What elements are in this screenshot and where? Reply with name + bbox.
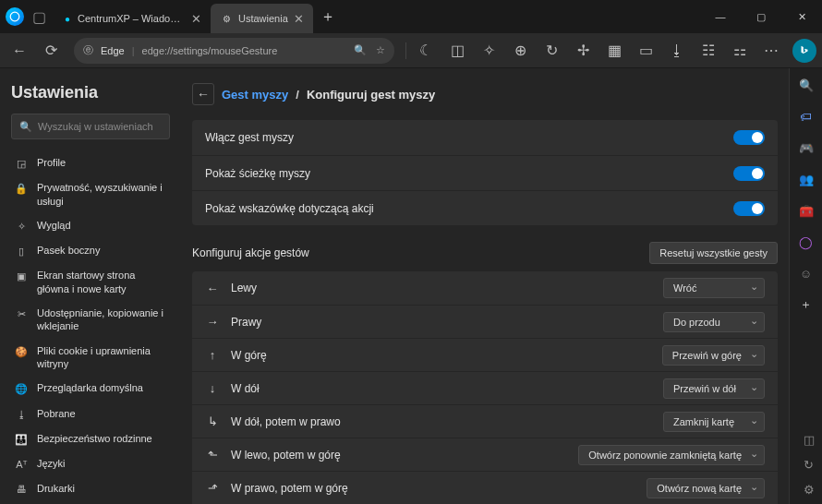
settings-title: Ustawienia (11, 83, 170, 102)
new-tab-button[interactable]: ＋ (313, 0, 343, 33)
sidebar-settings-icon[interactable]: ⚙ (804, 483, 815, 497)
tab-0[interactable]: ●CentrumXP – Wiadomości ze ś…✕ (54, 4, 211, 33)
toggle-row-1: Pokaż ścieżkę myszy (192, 155, 778, 190)
nav-item-4[interactable]: ▣Ekran startowy strona główna i nowe kar… (11, 263, 170, 301)
gesture-arrow-icon: ↓ (205, 381, 220, 395)
game-icon[interactable]: 🎮 (797, 138, 816, 157)
nav-item-9[interactable]: 👪Bezpieczeństwo rodzinne (11, 426, 170, 451)
favorites-list-icon[interactable]: ✧ (475, 37, 502, 65)
bing-chat-icon[interactable] (792, 39, 816, 63)
nav-icon: ⭳ (15, 408, 28, 421)
back-button[interactable]: ← (6, 37, 33, 65)
breadcrumb-link[interactable]: Gest myszy (222, 88, 288, 102)
minimize-button[interactable]: — (700, 0, 741, 33)
gesture-label: Prawy (231, 316, 652, 329)
gesture-action-select[interactable]: Otwórz ponownie zamkniętą kartę (578, 445, 765, 465)
toggle-row-0: Włącz gest myszy (192, 120, 778, 155)
gesture-arrow-icon: → (205, 315, 220, 329)
tab-label: CentrumXP – Wiadomości ze ś… (78, 13, 186, 24)
nav-item-1[interactable]: 🔒Prywatność, wyszukiwanie i usługi (11, 175, 170, 213)
gesture-row-4: ↳W dół, potem w prawoZamknij kartę (192, 404, 778, 438)
close-window-button[interactable]: ✕ (781, 0, 822, 33)
nav-item-11[interactable]: 🖶Drukarki (11, 476, 170, 501)
toolbar-icon-10[interactable]: ☷ (695, 37, 722, 65)
gesture-action-select[interactable]: Przewiń w dół (663, 378, 765, 399)
toggle-switch[interactable] (733, 166, 765, 181)
more-button[interactable]: ⋯ (757, 37, 785, 65)
search-input[interactable]: 🔍 Wyszukaj w ustawieniach (11, 114, 170, 139)
nav-label: Pobrane (37, 407, 76, 420)
toolbar: ← ⟳ ⓔ Edge | edge://settings/mouseGestur… (0, 33, 822, 68)
nav-item-0[interactable]: ◲Profile (11, 150, 170, 175)
gesture-label: W dół (231, 382, 652, 395)
collections-icon[interactable]: ⊕ (506, 37, 534, 65)
history-icon[interactable]: ↻ (538, 37, 565, 65)
edge-icon: ⓔ (83, 43, 93, 57)
nav-icon: ✧ (15, 220, 28, 233)
gesture-row-3: ↓W dółPrzewiń w dół (192, 371, 778, 404)
downloads-icon[interactable]: ⭳ (663, 37, 691, 65)
toggle-switch[interactable] (733, 201, 765, 216)
gesture-action-select[interactable]: Do przodu (663, 312, 765, 332)
toolbar-icon-11[interactable]: ⚏ (726, 37, 754, 65)
breadcrumb-back-button[interactable]: ← (192, 83, 214, 105)
extensions-icon[interactable]: ✢ (569, 37, 597, 65)
nav-item-6[interactable]: 🍪Pliki cookie i uprawnienia witryny (11, 339, 170, 377)
zoom-icon[interactable]: 🔍 (354, 44, 367, 56)
nav-item-7[interactable]: 🌐Przeglądarka domyślna (11, 376, 170, 401)
close-tab-icon[interactable]: ✕ (191, 12, 201, 26)
sidebar-history-icon[interactable]: ↻ (804, 458, 815, 472)
gesture-label: W dół, potem w prawo (231, 415, 652, 428)
people-icon[interactable]: 👥 (797, 170, 816, 188)
refresh-button[interactable]: ⟳ (37, 37, 65, 65)
gesture-label: W prawo, potem w górę (231, 482, 635, 495)
gesture-label: W lewo, potem w górę (231, 449, 567, 462)
nav-label: Języki (37, 457, 66, 470)
workspaces-icon[interactable]: ▢ (31, 9, 46, 24)
reset-all-gestures-button[interactable]: Resetuj wszystkie gesty (649, 242, 778, 264)
nav-item-5[interactable]: ✂Udostępnianie, kopiowanie i wklejanie (11, 301, 170, 339)
settings-nav: Ustawienia 🔍 Wyszukaj w ustawieniach ◲Pr… (0, 68, 181, 504)
nav-item-3[interactable]: ▯Pasek boczny (11, 238, 170, 263)
nav-label: Przeglądarka domyślna (37, 381, 143, 394)
tag-icon[interactable]: 🏷 (797, 107, 816, 126)
gesture-action-select[interactable]: Otwórz nową kartę (647, 478, 765, 498)
circle-icon[interactable]: ◯ (797, 233, 816, 251)
gesture-row-6: ⬏W prawo, potem w góręOtwórz nową kartę (192, 471, 778, 504)
gesture-action-select[interactable]: Zamknij kartę (663, 412, 765, 432)
nav-icon: 🌐 (15, 382, 28, 395)
app-icon (6, 7, 24, 26)
toggle-row-2: Pokaż wskazówkę dotyczącą akcji (192, 190, 778, 225)
search-icon[interactable]: 🔍 (797, 76, 816, 94)
nav-label: Udostępnianie, kopiowanie i wklejanie (37, 306, 166, 333)
nav-icon: ✂ (15, 307, 28, 320)
toolbar-icon-1[interactable]: ☾ (412, 37, 440, 65)
smiley-icon[interactable]: ☺ (797, 264, 816, 282)
gesture-action-select[interactable]: Wróć (663, 278, 765, 298)
nav-icon: 🖶 (15, 483, 28, 496)
gesture-row-0: ←LewyWróć (192, 271, 778, 305)
nav-label: Pasek boczny (37, 244, 100, 257)
toolbar-icon-8[interactable]: ▭ (632, 37, 659, 65)
sidebar-split-icon[interactable]: ◫ (804, 433, 815, 447)
tab-strip: ●CentrumXP – Wiadomości ze ś…✕⚙Ustawieni… (54, 0, 313, 33)
performance-icon[interactable]: ▦ (600, 37, 628, 65)
close-tab-icon[interactable]: ✕ (294, 12, 304, 26)
breadcrumb: ← Gest myszy / Konfiguruj gest myszy (192, 83, 778, 105)
tools-icon[interactable]: 🧰 (797, 201, 816, 220)
maximize-button[interactable]: ▢ (741, 0, 781, 33)
nav-item-10[interactable]: AᵀJęzyki (11, 451, 170, 476)
nav-icon: ▯ (15, 245, 28, 258)
split-screen-icon[interactable]: ◫ (443, 37, 471, 65)
nav-item-8[interactable]: ⭳Pobrane (11, 402, 170, 426)
nav-icon: 🍪 (15, 345, 28, 358)
tab-1[interactable]: ⚙Ustawienia✕ (211, 4, 313, 33)
toggle-switch[interactable] (733, 130, 765, 145)
gesture-arrow-icon: ← (205, 282, 220, 295)
gesture-action-select[interactable]: Przewiń w górę (662, 345, 765, 366)
favorite-icon[interactable]: ☆ (376, 44, 385, 56)
plus-icon[interactable]: ＋ (797, 295, 816, 314)
nav-item-2[interactable]: ✧Wygląd (11, 213, 170, 238)
address-bar[interactable]: ⓔ Edge | edge://settings/mouseGesture 🔍 … (74, 38, 394, 64)
tab-favicon: ● (63, 12, 72, 25)
